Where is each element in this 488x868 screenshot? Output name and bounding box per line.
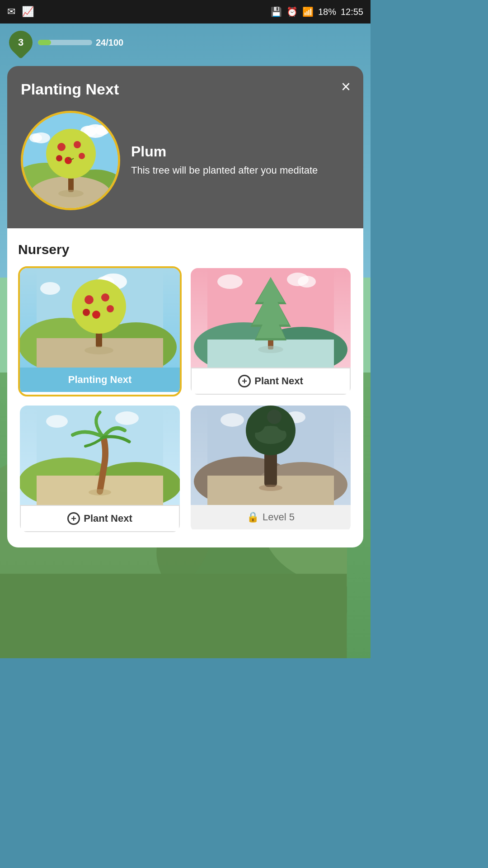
svg-point-30 xyxy=(72,279,126,334)
svg-point-34 xyxy=(107,305,114,312)
status-right-icons: 💾 ⏰ 📶 18% 12:55 xyxy=(271,6,363,17)
modal-title: Planting Next xyxy=(21,80,350,98)
status-bar: ✉ 📈 💾 ⏰ 📶 18% 12:55 xyxy=(0,0,371,24)
svg-point-12 xyxy=(29,133,42,142)
svg-point-27 xyxy=(40,282,60,295)
svg-point-19 xyxy=(79,153,85,159)
modal-tree-description: This tree will be planted after you medi… xyxy=(131,164,318,178)
leaf-badge: 3 xyxy=(4,26,38,59)
svg-point-66 xyxy=(247,415,265,433)
nursery-title: Nursery xyxy=(18,242,352,257)
tree-card-pine-image xyxy=(191,268,351,368)
svg-point-10 xyxy=(95,125,109,135)
svg-point-40 xyxy=(217,274,243,289)
wifi-icon: 📶 xyxy=(302,6,314,17)
plum-card-label: Planting Next xyxy=(20,368,180,392)
modal-tree-name: Plum xyxy=(131,143,318,160)
tree-card-palm-image xyxy=(20,406,180,505)
leaf-count: 3 xyxy=(18,37,23,48)
tree-card-plum[interactable]: Planting Next xyxy=(18,266,182,396)
svg-point-68 xyxy=(267,410,282,424)
tree-card-pine[interactable]: + Plant Next xyxy=(189,266,352,396)
modal-tree-image xyxy=(21,111,120,210)
svg-point-29 xyxy=(84,346,113,354)
svg-point-20 xyxy=(56,155,62,161)
svg-point-33 xyxy=(92,311,100,319)
svg-point-31 xyxy=(84,295,94,304)
baobab-lock-badge: 🔒 Level 5 xyxy=(191,505,351,529)
svg-point-17 xyxy=(74,141,81,148)
svg-rect-3 xyxy=(0,574,347,658)
plus-icon-palm: + xyxy=(71,514,76,524)
modal-tree-info: Plum This tree will be planted after you… xyxy=(131,143,318,178)
svg-point-52 xyxy=(115,411,139,425)
progress-container: 24/100 xyxy=(38,38,123,48)
tree-card-plum-image xyxy=(20,268,180,368)
svg-point-53 xyxy=(89,489,111,495)
progress-text: 24/100 xyxy=(96,38,123,48)
modal-container: Planting Next × xyxy=(0,66,371,547)
lock-icon: 🔒 xyxy=(247,511,259,523)
modal-content-row: Plum This tree will be planted after you… xyxy=(21,111,350,210)
plus-icon: + xyxy=(242,376,247,387)
svg-point-15 xyxy=(46,129,96,179)
svg-point-58 xyxy=(221,413,244,427)
svg-point-44 xyxy=(258,346,283,353)
modal-bottom: Nursery xyxy=(7,228,363,547)
plus-circle-palm: + xyxy=(67,512,80,525)
pine-card-label: Plant Next xyxy=(254,375,303,387)
progress-fill xyxy=(38,40,51,45)
svg-point-42 xyxy=(298,276,316,288)
svg-point-14 xyxy=(58,190,84,197)
svg-point-18 xyxy=(65,157,72,164)
battery-text: 18% xyxy=(318,7,336,17)
modal-top: Planting Next × xyxy=(7,66,363,228)
alarm-icon: ⏰ xyxy=(286,6,298,17)
top-bar: 3 24/100 xyxy=(0,24,371,61)
svg-point-32 xyxy=(101,293,109,302)
plus-circle-pine: + xyxy=(238,375,251,387)
storage-icon: 💾 xyxy=(271,6,282,17)
svg-point-61 xyxy=(259,485,282,491)
status-left-icons: ✉ 📈 xyxy=(7,6,34,18)
svg-point-35 xyxy=(83,309,90,316)
tree-card-baobab: 🔒 Level 5 xyxy=(189,404,352,534)
svg-point-51 xyxy=(46,415,68,428)
activity-icon: 📈 xyxy=(22,6,34,18)
pine-plant-next-button[interactable]: + Plant Next xyxy=(191,368,351,395)
email-icon: ✉ xyxy=(7,6,15,18)
palm-plant-next-button[interactable]: + Plant Next xyxy=(20,505,180,532)
progress-bar xyxy=(38,40,92,45)
palm-card-label: Plant Next xyxy=(84,513,132,524)
baobab-card-label: Level 5 xyxy=(263,511,295,523)
modal-close-button[interactable]: × xyxy=(341,79,351,95)
tree-card-baobab-image xyxy=(191,406,351,505)
nursery-grid: Planting Next xyxy=(18,266,352,534)
tree-card-palm[interactable]: + Plant Next xyxy=(18,404,182,534)
time-display: 12:55 xyxy=(341,7,363,17)
svg-point-16 xyxy=(57,143,66,151)
